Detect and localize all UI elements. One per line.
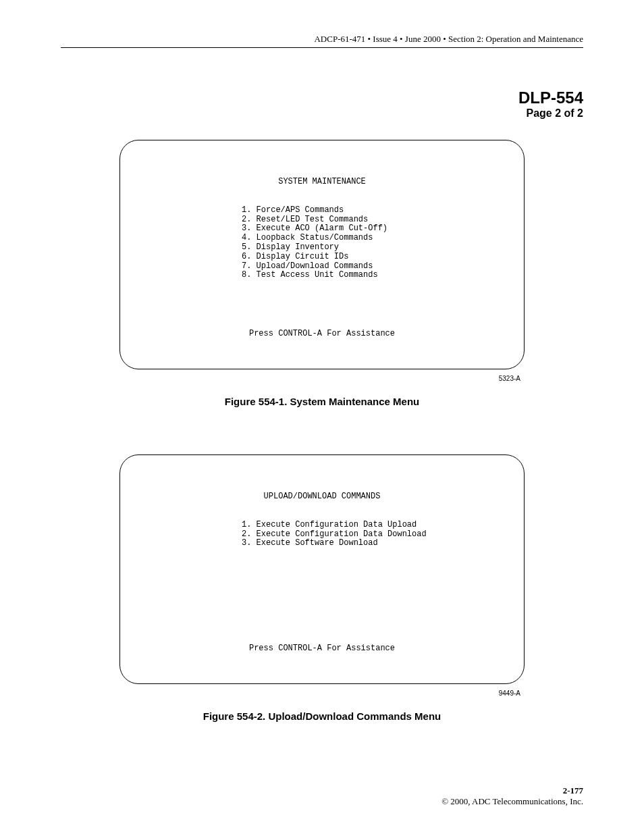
menu-item: 3. Execute ACO (Alarm Cut-Off) [242, 224, 504, 234]
terminal-screen-2: UPLOAD/DOWNLOAD COMMANDS 1. Execute Conf… [119, 454, 525, 684]
menu-item: 2. Reset/LED Test Commands [242, 215, 504, 225]
terminal-screen-1: SYSTEM MAINTENANCE 1. Force/APS Commands… [119, 140, 525, 369]
menu-item: 6. Display Circuit IDs [242, 253, 504, 262]
menu-item: 1. Execute Configuration Data Upload [242, 521, 504, 530]
figure-caption: Figure 554-2. Upload/Download Commands M… [119, 710, 525, 722]
menu-item: 4. Loopback Status/Commands [242, 234, 504, 243]
footer-copyright: © 2000, ADC Telecommunications, Inc. [441, 796, 583, 807]
page-header: ADCP-61-471 • Issue 4 • June 2000 • Sect… [61, 34, 583, 48]
terminal-menu: 1. Execute Configuration Data Upload 2. … [242, 521, 504, 548]
terminal-title: UPLOAD/DOWNLOAD COMMANDS [140, 492, 504, 502]
menu-item: 7. Upload/Download Commands [242, 262, 504, 271]
figure-id-label: 9449-A [119, 689, 525, 697]
footer-page-number: 2-177 [441, 785, 583, 796]
figure-2-block: UPLOAD/DOWNLOAD COMMANDS 1. Execute Conf… [119, 454, 525, 722]
document-id: DLP-554 [61, 88, 583, 107]
figure-1-block: SYSTEM MAINTENANCE 1. Force/APS Commands… [119, 140, 525, 407]
menu-item: 5. Display Inventory [242, 243, 504, 253]
terminal-footer-hint: Press CONTROL-A For Assistance [120, 644, 524, 654]
menu-item: 1. Force/APS Commands [242, 206, 504, 215]
document-page: ADCP-61-471 • Issue 4 • June 2000 • Sect… [0, 0, 644, 834]
page-footer: 2-177 © 2000, ADC Telecommunications, In… [441, 785, 583, 807]
page-indicator: Page 2 of 2 [61, 107, 583, 120]
terminal-title: SYSTEM MAINTENANCE [140, 178, 504, 187]
terminal-footer-hint: Press CONTROL-A For Assistance [120, 330, 524, 339]
menu-item: 3. Execute Software Download [242, 539, 504, 548]
menu-item: 2. Execute Configuration Data Download [242, 530, 504, 540]
menu-item: 8. Test Access Unit Commands [242, 271, 504, 280]
terminal-menu: 1. Force/APS Commands 2. Reset/LED Test … [242, 206, 504, 280]
figure-caption: Figure 554-1. System Maintenance Menu [119, 396, 525, 407]
figure-id-label: 5323-A [119, 375, 525, 382]
